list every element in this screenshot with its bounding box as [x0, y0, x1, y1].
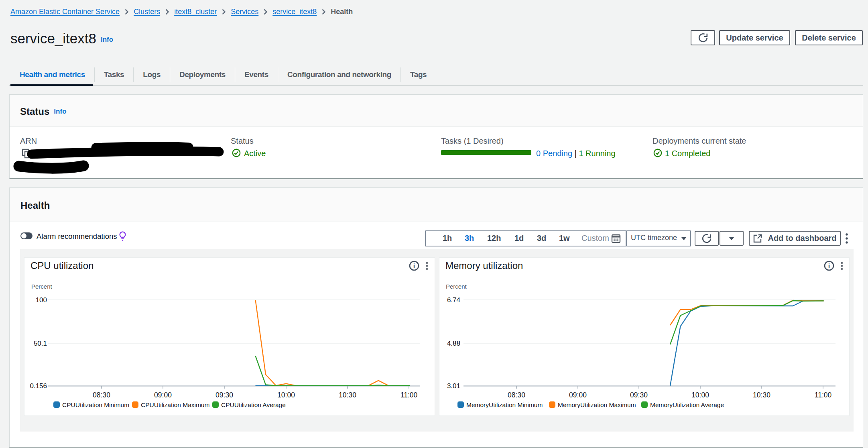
svg-text:10:30: 10:30	[753, 391, 770, 399]
svg-text:0.156: 0.156	[30, 382, 47, 390]
svg-text:MemoryUtilization Average: MemoryUtilization Average	[650, 401, 724, 408]
svg-text:11:00: 11:00	[815, 391, 832, 399]
svg-text:09:00: 09:00	[154, 391, 172, 399]
svg-text:10:00: 10:00	[277, 391, 295, 399]
svg-text:10:00: 10:00	[691, 391, 709, 399]
svg-text:CPUUtilization Minimum: CPUUtilization Minimum	[62, 401, 129, 408]
svg-text:i: i	[413, 263, 415, 269]
svg-text:09:30: 09:30	[215, 391, 233, 399]
svg-text:50.1: 50.1	[34, 340, 47, 347]
svg-text:100: 100	[36, 296, 47, 304]
svg-text:08:30: 08:30	[93, 391, 110, 399]
svg-text:6.74: 6.74	[447, 296, 460, 304]
svg-text:08:30: 08:30	[508, 391, 525, 399]
svg-text:CPUUtilization Maximum: CPUUtilization Maximum	[141, 401, 209, 408]
svg-text:Memory utilization: Memory utilization	[445, 260, 523, 271]
svg-text:Percent: Percent	[446, 283, 467, 290]
svg-text:11:00: 11:00	[400, 391, 418, 399]
svg-text:MemoryUtilization Minimum: MemoryUtilization Minimum	[466, 401, 543, 408]
svg-text:09:30: 09:30	[630, 391, 648, 399]
svg-text:i: i	[828, 263, 830, 269]
svg-text:09:00: 09:00	[569, 391, 587, 399]
svg-text:Percent: Percent	[31, 283, 53, 290]
svg-text:3.01: 3.01	[447, 382, 460, 390]
svg-text:4.88: 4.88	[447, 340, 460, 347]
svg-text:10:30: 10:30	[339, 391, 356, 399]
svg-text:CPUUtilization Average: CPUUtilization Average	[221, 401, 286, 408]
svg-text:CPU utilization: CPU utilization	[30, 260, 94, 271]
svg-text:MemoryUtilization Maximum: MemoryUtilization Maximum	[558, 401, 636, 408]
